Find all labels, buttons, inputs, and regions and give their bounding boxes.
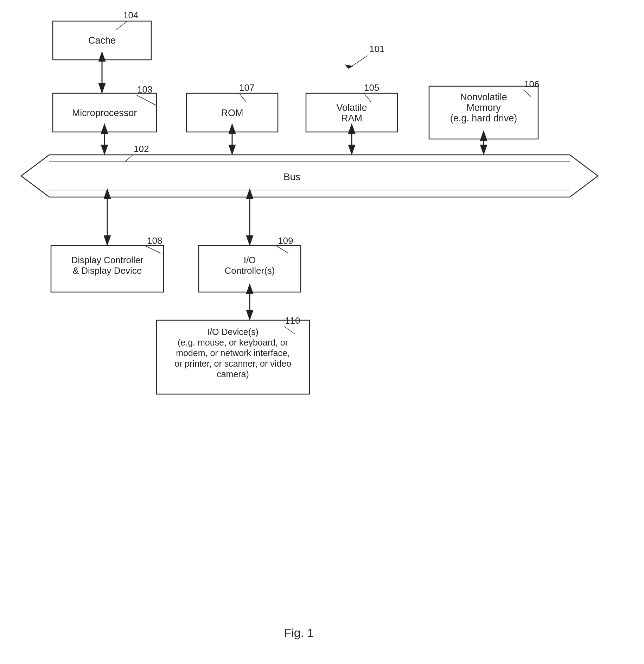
cache-text: Cache [88, 35, 116, 46]
label-108: 108 [147, 235, 162, 246]
volatile-ram-text-1: Volatile [336, 102, 367, 113]
nonvolatile-text-2: Memory [466, 102, 501, 113]
svg-rect-2 [53, 21, 151, 60]
label-107: 107 [239, 82, 254, 93]
volatile-ram-text-2: RAM [341, 113, 362, 124]
figure-label: Fig. 1 [284, 626, 314, 639]
display-ctrl-text-2: & Display Device [73, 265, 142, 276]
label-102: 102 [134, 144, 149, 154]
svg-line-29 [146, 246, 161, 253]
svg-rect-15 [51, 246, 164, 292]
svg-rect-3 [53, 93, 157, 132]
bus-label-text: Bus [283, 171, 300, 182]
svg-line-27 [523, 90, 531, 97]
svg-line-31 [284, 327, 295, 334]
io-dev-text-1: I/O Device(s) [207, 327, 259, 337]
svg-marker-23 [345, 64, 353, 69]
svg-marker-8 [21, 155, 598, 197]
label-110: 110 [285, 315, 300, 326]
io-dev-text-5: camera) [217, 369, 249, 379]
label-104: 104 [123, 10, 138, 20]
io-ctrl-text-1: I/O [244, 255, 256, 265]
svg-rect-16 [199, 246, 301, 292]
diagram-svg: 104 101 103 107 105 106 102 108 109 110 [0, 0, 644, 664]
rom-text: ROM [221, 108, 243, 118]
svg-line-30 [277, 246, 288, 253]
io-ctrl-text-2: Controller(s) [224, 265, 275, 276]
nonvolatile-text-3: (e.g. hard drive) [450, 113, 517, 124]
label-103: 103 [137, 84, 152, 95]
svg-line-25 [239, 93, 246, 102]
svg-line-26 [364, 93, 371, 102]
svg-rect-5 [306, 93, 397, 132]
label-101: 101 [369, 44, 384, 54]
nonvolatile-text-1: Nonvolatile [460, 92, 507, 102]
io-dev-text-3: modem, or network interface, [176, 348, 290, 358]
io-dev-text-2: (e.g. mouse, or keyboard, or [178, 337, 288, 347]
svg-line-22 [348, 56, 368, 69]
label-106: 106 [524, 79, 539, 89]
svg-line-24 [136, 95, 157, 106]
svg-line-28 [125, 155, 133, 162]
display-ctrl-text-1: Display Controller [71, 255, 144, 265]
label-109: 109 [278, 235, 293, 246]
io-dev-text-4: or printer, or scanner, or video [174, 359, 291, 368]
svg-rect-17 [157, 320, 310, 394]
diagram-container: 104 101 103 107 105 106 102 108 109 110 [0, 0, 644, 664]
svg-rect-6 [429, 86, 538, 139]
svg-rect-4 [186, 93, 278, 132]
microprocessor-text: Microprocessor [72, 108, 137, 118]
label-105: 105 [364, 82, 379, 93]
svg-line-21 [116, 21, 127, 30]
